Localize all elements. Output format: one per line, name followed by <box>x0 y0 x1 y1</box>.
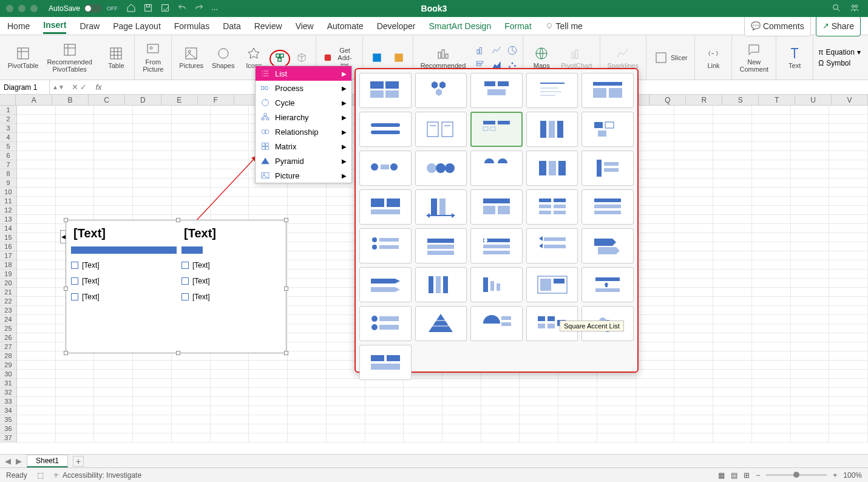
cell[interactable] <box>172 415 211 424</box>
sparklines-button[interactable]: Sparklines <box>605 45 641 70</box>
cell[interactable] <box>791 242 830 251</box>
cell[interactable] <box>94 124 133 133</box>
cell[interactable] <box>172 133 211 142</box>
cell[interactable] <box>365 424 404 433</box>
cell[interactable] <box>752 106 791 115</box>
row-header[interactable]: 3 <box>0 124 17 133</box>
cell[interactable] <box>17 133 56 142</box>
cell[interactable] <box>94 142 133 151</box>
cell[interactable] <box>674 388 713 397</box>
cell[interactable] <box>597 379 636 388</box>
cell[interactable] <box>288 361 327 370</box>
pivotchart-button[interactable]: PivotChart <box>558 45 594 70</box>
macro-icon[interactable]: ⬚ <box>37 471 44 480</box>
cell[interactable] <box>636 124 675 133</box>
cell[interactable] <box>829 233 868 242</box>
col-header[interactable]: T <box>759 95 795 105</box>
table-button[interactable]: Table <box>103 45 129 70</box>
cell[interactable] <box>17 251 56 260</box>
cell[interactable] <box>133 406 172 415</box>
cell[interactable] <box>327 406 365 415</box>
cell[interactable] <box>520 379 558 388</box>
gallery-item[interactable] <box>359 73 412 108</box>
cell[interactable] <box>829 288 868 297</box>
cell[interactable] <box>636 297 675 306</box>
row-header[interactable]: 25 <box>0 324 17 333</box>
cell[interactable] <box>211 433 249 443</box>
cell[interactable] <box>288 233 327 242</box>
cell[interactable] <box>597 388 636 397</box>
cell[interactable] <box>94 433 133 443</box>
row-header[interactable]: 7 <box>0 160 17 169</box>
cell[interactable] <box>17 242 56 251</box>
gallery-item[interactable] <box>581 151 634 186</box>
cell[interactable] <box>752 397 791 406</box>
gallery-item[interactable] <box>415 112 467 147</box>
cell[interactable] <box>17 224 56 233</box>
cell[interactable] <box>791 197 830 206</box>
cell[interactable] <box>288 251 327 260</box>
cell[interactable] <box>327 388 365 397</box>
cell[interactable] <box>674 315 713 324</box>
cell[interactable] <box>442 388 481 397</box>
rec-pivottables-button[interactable]: Recommended PivotTables <box>40 41 99 74</box>
gallery-item[interactable] <box>470 189 523 225</box>
diagram-item[interactable]: [Text] <box>192 261 210 270</box>
view-break-icon[interactable]: ⊞ <box>744 471 750 480</box>
row-header[interactable]: 17 <box>0 251 17 260</box>
cell[interactable] <box>636 361 675 370</box>
cell[interactable] <box>713 306 752 315</box>
accessibility[interactable]: ᯤ Accessibility: Investigate <box>53 471 141 480</box>
cell[interactable] <box>365 379 404 388</box>
cell[interactable] <box>636 424 675 433</box>
col-header[interactable]: R <box>686 95 722 105</box>
smartart-diagram[interactable]: ◀ [Text] [Text] [Text] [Text] [Text] [Te… <box>66 220 287 353</box>
gallery-item[interactable] <box>415 306 467 341</box>
cell[interactable] <box>674 270 713 279</box>
cell[interactable] <box>674 324 713 333</box>
row-header[interactable]: 11 <box>0 197 17 206</box>
cell[interactable] <box>56 197 95 206</box>
cell[interactable] <box>94 169 133 178</box>
cell[interactable] <box>17 370 56 379</box>
cell[interactable] <box>172 124 211 133</box>
cell[interactable] <box>597 424 636 433</box>
cell[interactable] <box>752 142 791 151</box>
diagram-item[interactable]: [Text] <box>82 293 100 301</box>
cell[interactable] <box>17 260 56 270</box>
row-header[interactable]: 8 <box>0 169 17 178</box>
cell[interactable] <box>791 333 830 342</box>
cell[interactable] <box>829 215 868 224</box>
cell[interactable] <box>249 406 288 415</box>
cell[interactable] <box>636 215 675 224</box>
col-header[interactable]: Q <box>649 95 686 105</box>
link-button[interactable]: Link <box>700 45 727 70</box>
cell[interactable] <box>288 424 327 433</box>
chart-pie-icon[interactable] <box>503 44 521 57</box>
cell[interactable] <box>636 160 675 169</box>
3dmodels-button[interactable] <box>293 51 311 64</box>
cell[interactable] <box>133 361 172 370</box>
cell[interactable] <box>636 415 675 424</box>
symbol-button[interactable]: Ω Symbol <box>818 59 861 67</box>
sheet-nav-prev[interactable]: ◀ <box>5 457 11 466</box>
cell[interactable] <box>636 288 675 297</box>
cell[interactable] <box>752 315 791 324</box>
cell[interactable] <box>674 361 713 370</box>
col-header[interactable]: C <box>89 95 125 105</box>
cell[interactable] <box>636 306 675 315</box>
cell[interactable] <box>520 397 558 406</box>
row-header[interactable]: 16 <box>0 242 17 251</box>
cell[interactable] <box>713 133 752 142</box>
cell[interactable] <box>172 106 211 115</box>
cell[interactable] <box>365 388 404 397</box>
cell[interactable] <box>17 288 56 297</box>
col-header[interactable]: E <box>161 95 198 105</box>
gallery-item[interactable] <box>526 228 578 263</box>
cell[interactable] <box>172 388 211 397</box>
gallery-item[interactable] <box>359 228 412 263</box>
cell[interactable] <box>752 342 791 351</box>
cell[interactable] <box>674 260 713 270</box>
gallery-item[interactable] <box>526 189 578 225</box>
cell[interactable] <box>752 333 791 342</box>
